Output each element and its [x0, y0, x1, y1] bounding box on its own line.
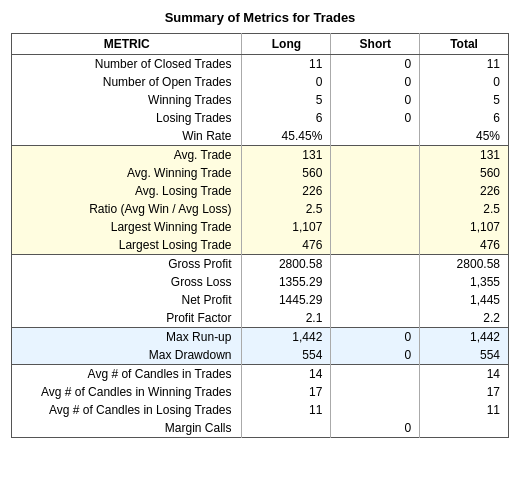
table-row: Max Run-up1,44201,442: [12, 328, 509, 347]
metric-cell: Avg # of Candles in Trades: [12, 365, 242, 384]
value-cell: [331, 273, 420, 291]
metric-cell: Ratio (Avg Win / Avg Loss): [12, 200, 242, 218]
value-cell: 560: [242, 164, 331, 182]
value-cell: 11: [242, 401, 331, 419]
table-row: Largest Losing Trade476476: [12, 236, 509, 255]
table-row: Net Profit1445.291,445: [12, 291, 509, 309]
value-cell: 1,442: [420, 328, 509, 347]
value-cell: 0: [331, 419, 420, 438]
value-cell: 1,355: [420, 273, 509, 291]
value-cell: 560: [420, 164, 509, 182]
table-row: Avg. Winning Trade560560: [12, 164, 509, 182]
value-cell: 2.2: [420, 309, 509, 328]
value-cell: 1,445: [420, 291, 509, 309]
value-cell: 0: [331, 73, 420, 91]
table-row: Winning Trades505: [12, 91, 509, 109]
table-row: Avg # of Candles in Winning Trades1717: [12, 383, 509, 401]
value-cell: [331, 146, 420, 165]
metric-cell: Largest Losing Trade: [12, 236, 242, 255]
value-cell: 45.45%: [242, 127, 331, 146]
metric-cell: Avg. Winning Trade: [12, 164, 242, 182]
metric-cell: Losing Trades: [12, 109, 242, 127]
value-cell: 11: [420, 401, 509, 419]
metric-cell: Number of Closed Trades: [12, 55, 242, 74]
table-row: Number of Closed Trades11011: [12, 55, 509, 74]
value-cell: 476: [420, 236, 509, 255]
metric-cell: Avg # of Candles in Winning Trades: [12, 383, 242, 401]
value-cell: 0: [331, 109, 420, 127]
value-cell: [331, 127, 420, 146]
table-row: Avg. Losing Trade226226: [12, 182, 509, 200]
table-row: Gross Profit2800.582800.58: [12, 255, 509, 274]
table-row: Losing Trades606: [12, 109, 509, 127]
value-cell: 131: [420, 146, 509, 165]
table-row: Ratio (Avg Win / Avg Loss)2.52.5: [12, 200, 509, 218]
value-cell: 0: [331, 328, 420, 347]
metric-cell: Winning Trades: [12, 91, 242, 109]
value-cell: [331, 365, 420, 384]
value-cell: [331, 291, 420, 309]
value-cell: 14: [420, 365, 509, 384]
value-cell: 226: [420, 182, 509, 200]
value-cell: 5: [242, 91, 331, 109]
value-cell: 6: [420, 109, 509, 127]
metric-cell: Margin Calls: [12, 419, 242, 438]
value-cell: [331, 383, 420, 401]
metric-cell: Profit Factor: [12, 309, 242, 328]
value-cell: 2800.58: [242, 255, 331, 274]
value-cell: 0: [331, 55, 420, 74]
value-cell: 2800.58: [420, 255, 509, 274]
page-title: Summary of Metrics for Trades: [165, 10, 356, 25]
value-cell: 1,107: [242, 218, 331, 236]
metric-cell: Gross Loss: [12, 273, 242, 291]
value-cell: 2.1: [242, 309, 331, 328]
value-cell: 5: [420, 91, 509, 109]
metric-cell: Largest Winning Trade: [12, 218, 242, 236]
table-row: Profit Factor2.12.2: [12, 309, 509, 328]
value-cell: [331, 218, 420, 236]
value-cell: 11: [420, 55, 509, 74]
value-cell: 2.5: [242, 200, 331, 218]
value-cell: [331, 182, 420, 200]
value-cell: [331, 401, 420, 419]
value-cell: 17: [420, 383, 509, 401]
metric-cell: Win Rate: [12, 127, 242, 146]
header-long: Long: [242, 34, 331, 55]
metric-cell: Max Run-up: [12, 328, 242, 347]
metric-cell: Max Drawdown: [12, 346, 242, 365]
metric-cell: Number of Open Trades: [12, 73, 242, 91]
metrics-table: METRIC Long Short Total Number of Closed…: [11, 33, 509, 438]
value-cell: 226: [242, 182, 331, 200]
value-cell: 131: [242, 146, 331, 165]
header-total: Total: [420, 34, 509, 55]
metric-cell: Avg. Losing Trade: [12, 182, 242, 200]
value-cell: 0: [331, 91, 420, 109]
value-cell: 1355.29: [242, 273, 331, 291]
table-row: Max Drawdown5540554: [12, 346, 509, 365]
value-cell: 554: [242, 346, 331, 365]
value-cell: 0: [420, 73, 509, 91]
value-cell: 45%: [420, 127, 509, 146]
table-row: Win Rate45.45%45%: [12, 127, 509, 146]
value-cell: [331, 236, 420, 255]
value-cell: 0: [242, 73, 331, 91]
value-cell: 554: [420, 346, 509, 365]
header-metric: METRIC: [12, 34, 242, 55]
table-row: Avg # of Candles in Losing Trades1111: [12, 401, 509, 419]
metric-cell: Avg # of Candles in Losing Trades: [12, 401, 242, 419]
header-short: Short: [331, 34, 420, 55]
value-cell: [242, 419, 331, 438]
value-cell: 0: [331, 346, 420, 365]
table-row: Number of Open Trades000: [12, 73, 509, 91]
metric-cell: Net Profit: [12, 291, 242, 309]
value-cell: 14: [242, 365, 331, 384]
value-cell: [331, 255, 420, 274]
table-row: Gross Loss1355.291,355: [12, 273, 509, 291]
value-cell: 11: [242, 55, 331, 74]
table-row: Margin Calls0: [12, 419, 509, 438]
value-cell: [331, 164, 420, 182]
value-cell: 1,107: [420, 218, 509, 236]
value-cell: 476: [242, 236, 331, 255]
value-cell: 1,442: [242, 328, 331, 347]
value-cell: [420, 419, 509, 438]
